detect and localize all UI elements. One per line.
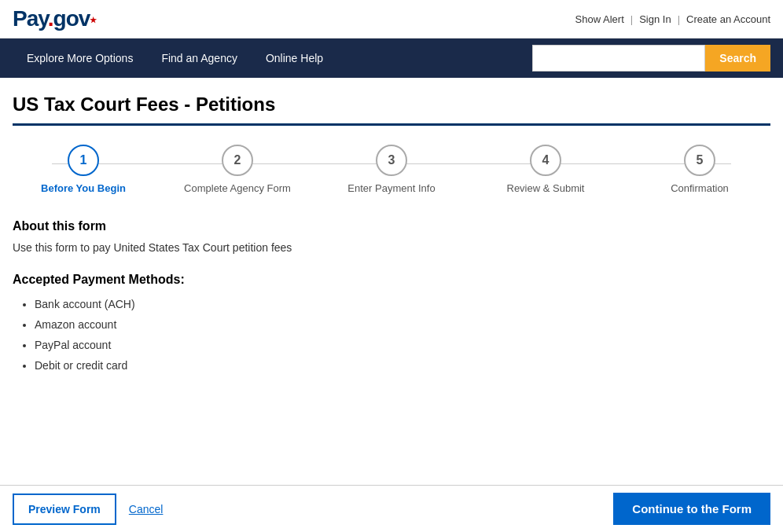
step-5-circle: 5 (684, 145, 715, 176)
logo-gov: gov (53, 6, 90, 31)
nav-online-help[interactable]: Online Help (252, 39, 337, 78)
step-3: 3 Enter Payment Info (321, 145, 462, 194)
list-item: Bank account (ACH) (35, 298, 770, 310)
step-5: 5 Confirmation (629, 145, 770, 194)
logo-area: Pay.gov★ (13, 6, 96, 31)
step-2: 2 Complete Agency Form (167, 145, 308, 194)
payment-methods-title: Accepted Payment Methods: (13, 273, 770, 287)
list-item: Debit or credit card (35, 359, 770, 372)
step-1-label: Before You Begin (41, 182, 126, 194)
list-item: Amazon account (35, 318, 770, 331)
step-4-label: Review & Submit (507, 182, 585, 194)
top-links: Show Alert | Sign In | Create an Account (575, 13, 770, 25)
title-divider (13, 123, 770, 126)
logo-star-icon: ★ (90, 16, 96, 24)
nav-bar: Explore More Options Find an Agency Onli… (0, 39, 783, 78)
show-alert-link[interactable]: Show Alert (575, 13, 624, 25)
step-3-circle: 3 (376, 145, 407, 176)
nav-links: Explore More Options Find an Agency Onli… (13, 39, 532, 78)
logo: Pay.gov★ (13, 6, 96, 31)
step-4-circle: 4 (530, 145, 561, 176)
step-4: 4 Review & Submit (475, 145, 616, 194)
about-title: About this form (13, 219, 770, 233)
search-button[interactable]: Search (705, 45, 770, 72)
steps-container: 1 Before You Begin 2 Complete Agency For… (13, 145, 770, 194)
step-2-circle: 2 (222, 145, 253, 176)
list-item: PayPal account (35, 339, 770, 351)
divider-1: | (630, 13, 633, 25)
top-bar: Pay.gov★ Show Alert | Sign In | Create a… (0, 0, 783, 39)
payment-methods-list: Bank account (ACH) Amazon account PayPal… (13, 298, 770, 372)
about-text: Use this form to pay United States Tax C… (13, 241, 770, 254)
search-area: Search (532, 45, 770, 72)
create-account-link[interactable]: Create an Account (686, 13, 770, 25)
page-title: US Tax Court Fees - Petitions (13, 94, 770, 116)
search-input[interactable] (532, 45, 705, 72)
logo-pay: Pay (13, 6, 48, 31)
step-5-label: Confirmation (671, 182, 729, 194)
logo-dot: . (48, 6, 53, 31)
step-2-label: Complete Agency Form (184, 182, 291, 194)
main-content: US Tax Court Fees - Petitions 1 Before Y… (0, 78, 783, 475)
divider-2: | (678, 13, 680, 25)
step-1: 1 Before You Begin (13, 145, 154, 194)
nav-explore[interactable]: Explore More Options (13, 39, 147, 78)
step-3-label: Enter Payment Info (347, 182, 435, 194)
sign-in-link[interactable]: Sign In (639, 13, 671, 25)
step-1-circle: 1 (68, 145, 99, 176)
nav-find-agency[interactable]: Find an Agency (147, 39, 252, 78)
